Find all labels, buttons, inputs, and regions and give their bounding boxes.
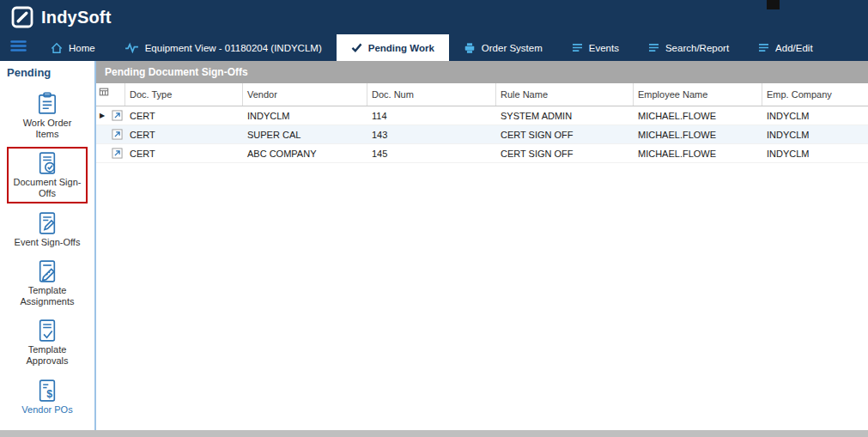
nav-tab-label: Home bbox=[69, 43, 95, 53]
row-marker bbox=[96, 112, 108, 119]
app-header: IndySoft bbox=[0, 0, 868, 34]
cell-doc-type: CERT bbox=[125, 111, 243, 121]
home-icon bbox=[51, 42, 63, 54]
nav-tab[interactable]: Events bbox=[557, 34, 634, 61]
template-approvals-icon bbox=[35, 319, 59, 343]
cell-employee-name: MICHAEL.FLOWE bbox=[634, 111, 762, 121]
cell-doc-num: 114 bbox=[367, 111, 496, 121]
equipment-icon bbox=[124, 42, 139, 53]
cell-emp-company: INDYCLM bbox=[762, 130, 868, 140]
table-header: Doc. TypeVendorDoc. NumRule NameEmployee… bbox=[96, 83, 868, 106]
main-nav: Home Equipment View - 01180204 (INDYCLM)… bbox=[0, 34, 868, 61]
menu-button[interactable] bbox=[0, 34, 36, 61]
pending-sidebar: Pending Work Order Items Document Sign-O… bbox=[0, 61, 96, 430]
order-icon bbox=[464, 42, 476, 54]
sidebar-title: Pending bbox=[0, 61, 94, 83]
column-header[interactable]: Rule Name bbox=[496, 83, 634, 106]
table-row[interactable]: CERT INDYCLM 114 SYSTEM ADMIN MICHAEL.FL… bbox=[96, 106, 868, 125]
bottom-bar bbox=[0, 430, 868, 437]
nav-tab[interactable]: Home bbox=[36, 34, 110, 61]
table-row[interactable]: CERT ABC COMPANY 145 CERT SIGN OFF MICHA… bbox=[96, 144, 868, 163]
signoffs-table: Doc. TypeVendorDoc. NumRule NameEmployee… bbox=[96, 83, 868, 163]
screen-artifact bbox=[767, 0, 780, 9]
sidebar-item-label: Event Sign-Offs bbox=[15, 237, 81, 248]
sidebar-item[interactable]: $ Vendor POs bbox=[7, 374, 88, 420]
column-header[interactable]: Doc. Num bbox=[367, 83, 496, 106]
nav-tab-label: Pending Work bbox=[368, 43, 434, 53]
cell-rule-name: SYSTEM ADMIN bbox=[496, 111, 634, 121]
cell-rule-name: CERT SIGN OFF bbox=[496, 149, 634, 159]
column-header[interactable]: Employee Name bbox=[634, 83, 762, 106]
nav-tab-label: Add/Edit bbox=[775, 43, 812, 53]
sidebar-item[interactable]: Document Sign-Offs bbox=[7, 147, 88, 203]
hamburger-icon bbox=[10, 39, 27, 56]
cell-doc-type: CERT bbox=[125, 130, 243, 140]
nav-tab-label: Equipment View - 01180204 (INDYCLM) bbox=[145, 43, 322, 53]
cell-emp-company: INDYCLM bbox=[762, 149, 868, 159]
add-edit-icon bbox=[758, 43, 769, 52]
nav-tab[interactable]: Order System bbox=[449, 34, 557, 61]
sidebar-item-label: Template Approvals bbox=[12, 344, 82, 366]
table-body: CERT INDYCLM 114 SYSTEM ADMIN MICHAEL.FL… bbox=[96, 106, 868, 163]
nav-tab[interactable]: Pending Work bbox=[337, 34, 449, 61]
column-chooser-icon bbox=[99, 87, 109, 99]
check-icon bbox=[351, 43, 362, 52]
nav-tab-label: Search/Report bbox=[665, 43, 729, 53]
document-open-icon bbox=[108, 148, 125, 159]
column-header[interactable]: Emp. Company bbox=[762, 83, 868, 106]
events-icon bbox=[572, 43, 583, 52]
nav-tab-label: Events bbox=[589, 43, 619, 53]
cell-doc-type: CERT bbox=[125, 149, 243, 159]
cell-vendor: INDYCLM bbox=[243, 111, 367, 121]
sidebar-item[interactable]: Template Approvals bbox=[7, 314, 88, 370]
document-signoffs-icon bbox=[35, 151, 59, 175]
column-header[interactable]: Vendor bbox=[243, 83, 367, 106]
content-title: Pending Document Sign-Offs bbox=[96, 61, 868, 83]
event-signoffs-icon bbox=[35, 211, 59, 235]
sidebar-items: Work Order Items Document Sign-Offs Even… bbox=[0, 83, 94, 419]
sidebar-item[interactable]: Template Assignments bbox=[7, 255, 88, 311]
work-order-items-icon bbox=[35, 92, 59, 116]
nav-tab[interactable]: Search/Report bbox=[634, 34, 744, 61]
cell-vendor: SUPER CAL bbox=[243, 130, 367, 140]
cell-employee-name: MICHAEL.FLOWE bbox=[634, 149, 762, 159]
nav-tab[interactable]: Add/Edit bbox=[744, 34, 827, 61]
sidebar-item-label: Vendor POs bbox=[21, 404, 72, 416]
document-open-icon bbox=[108, 129, 125, 140]
sidebar-item-label: Document Sign-Offs bbox=[12, 177, 82, 198]
sidebar-item-label: Work Order Items bbox=[12, 118, 82, 139]
indysoft-logo-icon bbox=[11, 6, 33, 28]
nav-tab[interactable]: Equipment View - 01180204 (INDYCLM) bbox=[110, 34, 337, 61]
table-row[interactable]: CERT SUPER CAL 143 CERT SIGN OFF MICHAEL… bbox=[96, 125, 868, 144]
vendor-pos-icon: $ bbox=[35, 379, 59, 403]
document-open-icon bbox=[108, 110, 125, 121]
template-assignments-icon bbox=[35, 259, 59, 283]
cell-emp-company: INDYCLM bbox=[762, 111, 868, 121]
nav-tab-label: Order System bbox=[482, 43, 543, 53]
sidebar-item[interactable]: Work Order Items bbox=[7, 88, 88, 143]
cell-rule-name: CERT SIGN OFF bbox=[496, 130, 634, 140]
app-title: IndySoft bbox=[41, 8, 112, 27]
cell-doc-num: 145 bbox=[367, 149, 496, 159]
cell-vendor: ABC COMPANY bbox=[243, 149, 367, 159]
search-report-icon bbox=[648, 43, 659, 52]
column-chooser-button[interactable] bbox=[96, 83, 125, 106]
cell-doc-num: 143 bbox=[367, 130, 496, 140]
sidebar-item[interactable]: Event Sign-Offs bbox=[7, 207, 88, 252]
svg-text:$: $ bbox=[46, 388, 52, 400]
column-header[interactable]: Doc. Type bbox=[125, 83, 243, 106]
cell-employee-name: MICHAEL.FLOWE bbox=[634, 130, 762, 140]
sidebar-item-label: Template Assignments bbox=[12, 285, 82, 307]
